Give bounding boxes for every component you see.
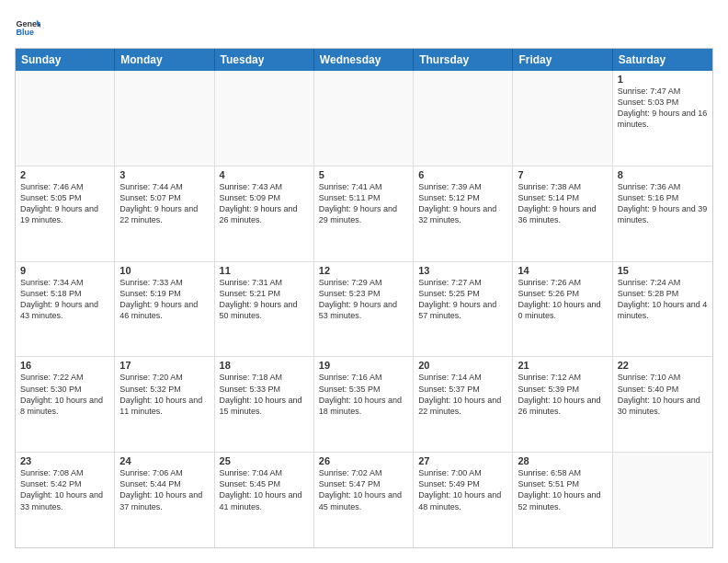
calendar-cell bbox=[414, 71, 513, 166]
calendar-cell: 23Sunrise: 7:08 AM Sunset: 5:42 PM Dayli… bbox=[16, 453, 115, 547]
day-number: 9 bbox=[20, 265, 109, 276]
calendar-row: 2Sunrise: 7:46 AM Sunset: 5:05 PM Daylig… bbox=[16, 167, 712, 262]
calendar-cell: 4Sunrise: 7:43 AM Sunset: 5:09 PM Daylig… bbox=[215, 167, 314, 261]
day-number: 15 bbox=[618, 265, 708, 276]
weekday-header: Wednesday bbox=[314, 49, 414, 71]
calendar-cell bbox=[215, 71, 314, 166]
day-info: Sunrise: 7:12 AM Sunset: 5:39 PM Dayligh… bbox=[518, 372, 607, 417]
day-number: 27 bbox=[418, 455, 507, 466]
calendar-cell: 18Sunrise: 7:18 AM Sunset: 5:33 PM Dayli… bbox=[215, 357, 314, 452]
day-number: 1 bbox=[618, 74, 708, 85]
day-number: 3 bbox=[119, 169, 209, 180]
calendar-cell: 12Sunrise: 7:29 AM Sunset: 5:23 PM Dayli… bbox=[314, 262, 414, 357]
day-number: 25 bbox=[220, 455, 309, 466]
day-number: 2 bbox=[20, 169, 109, 180]
calendar-cell: 14Sunrise: 7:26 AM Sunset: 5:26 PM Dayli… bbox=[513, 262, 612, 357]
day-info: Sunrise: 7:20 AM Sunset: 5:32 PM Dayligh… bbox=[119, 372, 209, 417]
day-number: 13 bbox=[418, 265, 507, 276]
day-number: 16 bbox=[20, 360, 109, 371]
weekday-header: Monday bbox=[115, 49, 214, 71]
day-number: 28 bbox=[518, 455, 607, 466]
day-info: Sunrise: 7:29 AM Sunset: 5:23 PM Dayligh… bbox=[319, 277, 408, 322]
day-number: 5 bbox=[319, 169, 408, 180]
calendar-cell bbox=[16, 71, 115, 166]
day-number: 18 bbox=[220, 360, 309, 371]
calendar-cell: 7Sunrise: 7:38 AM Sunset: 5:14 PM Daylig… bbox=[513, 167, 612, 261]
calendar-cell: 3Sunrise: 7:44 AM Sunset: 5:07 PM Daylig… bbox=[115, 167, 214, 261]
day-number: 10 bbox=[119, 265, 209, 276]
day-number: 14 bbox=[518, 265, 607, 276]
calendar-cell: 17Sunrise: 7:20 AM Sunset: 5:32 PM Dayli… bbox=[115, 357, 214, 452]
day-info: Sunrise: 7:31 AM Sunset: 5:21 PM Dayligh… bbox=[220, 277, 309, 322]
calendar-cell: 22Sunrise: 7:10 AM Sunset: 5:40 PM Dayli… bbox=[613, 357, 712, 452]
day-info: Sunrise: 7:41 AM Sunset: 5:11 PM Dayligh… bbox=[319, 181, 408, 226]
day-info: Sunrise: 7:38 AM Sunset: 5:14 PM Dayligh… bbox=[518, 181, 607, 226]
calendar-cell bbox=[115, 71, 214, 166]
calendar-cell bbox=[613, 453, 712, 547]
day-info: Sunrise: 7:08 AM Sunset: 5:42 PM Dayligh… bbox=[20, 467, 109, 512]
day-info: Sunrise: 7:16 AM Sunset: 5:35 PM Dayligh… bbox=[319, 372, 408, 417]
calendar-cell: 13Sunrise: 7:27 AM Sunset: 5:25 PM Dayli… bbox=[414, 262, 513, 357]
calendar-cell: 15Sunrise: 7:24 AM Sunset: 5:28 PM Dayli… bbox=[613, 262, 712, 357]
calendar-cell: 11Sunrise: 7:31 AM Sunset: 5:21 PM Dayli… bbox=[215, 262, 314, 357]
day-info: Sunrise: 7:46 AM Sunset: 5:05 PM Dayligh… bbox=[20, 181, 109, 226]
day-number: 23 bbox=[20, 455, 109, 466]
day-number: 12 bbox=[319, 265, 408, 276]
day-info: Sunrise: 7:39 AM Sunset: 5:12 PM Dayligh… bbox=[418, 181, 507, 226]
calendar-header: SundayMondayTuesdayWednesdayThursdayFrid… bbox=[16, 49, 712, 71]
day-number: 22 bbox=[618, 360, 708, 371]
calendar-row: 16Sunrise: 7:22 AM Sunset: 5:30 PM Dayli… bbox=[16, 357, 712, 453]
logo: General Blue bbox=[15, 15, 44, 40]
calendar-row: 1Sunrise: 7:47 AM Sunset: 5:03 PM Daylig… bbox=[16, 71, 712, 167]
day-info: Sunrise: 7:02 AM Sunset: 5:47 PM Dayligh… bbox=[319, 467, 408, 512]
calendar-cell: 6Sunrise: 7:39 AM Sunset: 5:12 PM Daylig… bbox=[414, 167, 513, 261]
calendar-cell: 26Sunrise: 7:02 AM Sunset: 5:47 PM Dayli… bbox=[314, 453, 414, 547]
day-number: 24 bbox=[119, 455, 209, 466]
day-info: Sunrise: 7:22 AM Sunset: 5:30 PM Dayligh… bbox=[20, 372, 109, 417]
day-number: 6 bbox=[418, 169, 507, 180]
header: General Blue bbox=[15, 15, 713, 40]
calendar-cell: 20Sunrise: 7:14 AM Sunset: 5:37 PM Dayli… bbox=[414, 357, 513, 452]
calendar: SundayMondayTuesdayWednesdayThursdayFrid… bbox=[15, 48, 713, 548]
calendar-cell: 27Sunrise: 7:00 AM Sunset: 5:49 PM Dayli… bbox=[414, 453, 513, 547]
day-info: Sunrise: 7:47 AM Sunset: 5:03 PM Dayligh… bbox=[618, 86, 708, 131]
day-number: 20 bbox=[418, 360, 507, 371]
calendar-row: 9Sunrise: 7:34 AM Sunset: 5:18 PM Daylig… bbox=[16, 262, 712, 358]
weekday-header: Saturday bbox=[613, 49, 712, 71]
day-number: 21 bbox=[518, 360, 607, 371]
calendar-row: 23Sunrise: 7:08 AM Sunset: 5:42 PM Dayli… bbox=[16, 453, 712, 547]
day-info: Sunrise: 6:58 AM Sunset: 5:51 PM Dayligh… bbox=[518, 467, 607, 512]
page: General Blue SundayMondayTuesdayWednesda… bbox=[0, 0, 728, 563]
day-info: Sunrise: 7:34 AM Sunset: 5:18 PM Dayligh… bbox=[20, 277, 109, 322]
day-info: Sunrise: 7:36 AM Sunset: 5:16 PM Dayligh… bbox=[618, 181, 708, 226]
calendar-cell: 19Sunrise: 7:16 AM Sunset: 5:35 PM Dayli… bbox=[314, 357, 414, 452]
day-info: Sunrise: 7:10 AM Sunset: 5:40 PM Dayligh… bbox=[618, 372, 708, 417]
calendar-cell bbox=[513, 71, 612, 166]
calendar-cell: 2Sunrise: 7:46 AM Sunset: 5:05 PM Daylig… bbox=[16, 167, 115, 261]
day-info: Sunrise: 7:00 AM Sunset: 5:49 PM Dayligh… bbox=[418, 467, 507, 512]
calendar-cell: 28Sunrise: 6:58 AM Sunset: 5:51 PM Dayli… bbox=[513, 453, 612, 547]
day-info: Sunrise: 7:27 AM Sunset: 5:25 PM Dayligh… bbox=[418, 277, 507, 322]
calendar-cell: 8Sunrise: 7:36 AM Sunset: 5:16 PM Daylig… bbox=[613, 167, 712, 261]
day-number: 17 bbox=[119, 360, 209, 371]
day-info: Sunrise: 7:06 AM Sunset: 5:44 PM Dayligh… bbox=[119, 467, 209, 512]
day-number: 4 bbox=[220, 169, 309, 180]
calendar-cell: 21Sunrise: 7:12 AM Sunset: 5:39 PM Dayli… bbox=[513, 357, 612, 452]
logo-icon: General Blue bbox=[15, 15, 40, 40]
day-info: Sunrise: 7:04 AM Sunset: 5:45 PM Dayligh… bbox=[220, 467, 309, 512]
calendar-cell: 10Sunrise: 7:33 AM Sunset: 5:19 PM Dayli… bbox=[115, 262, 214, 357]
day-number: 11 bbox=[220, 265, 309, 276]
calendar-cell: 1Sunrise: 7:47 AM Sunset: 5:03 PM Daylig… bbox=[613, 71, 712, 166]
calendar-cell: 16Sunrise: 7:22 AM Sunset: 5:30 PM Dayli… bbox=[16, 357, 115, 452]
day-info: Sunrise: 7:24 AM Sunset: 5:28 PM Dayligh… bbox=[618, 277, 708, 322]
day-info: Sunrise: 7:44 AM Sunset: 5:07 PM Dayligh… bbox=[119, 181, 209, 226]
day-info: Sunrise: 7:18 AM Sunset: 5:33 PM Dayligh… bbox=[220, 372, 309, 417]
calendar-cell bbox=[314, 71, 414, 166]
day-info: Sunrise: 7:14 AM Sunset: 5:37 PM Dayligh… bbox=[418, 372, 507, 417]
calendar-cell: 24Sunrise: 7:06 AM Sunset: 5:44 PM Dayli… bbox=[115, 453, 214, 547]
day-number: 19 bbox=[319, 360, 408, 371]
day-info: Sunrise: 7:33 AM Sunset: 5:19 PM Dayligh… bbox=[119, 277, 209, 322]
day-number: 8 bbox=[618, 169, 708, 180]
calendar-cell: 9Sunrise: 7:34 AM Sunset: 5:18 PM Daylig… bbox=[16, 262, 115, 357]
weekday-header: Thursday bbox=[414, 49, 513, 71]
